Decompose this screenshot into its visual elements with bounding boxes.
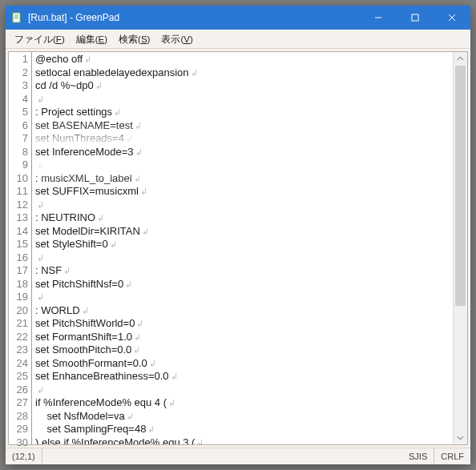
- code-line[interactable]: set SUFFIX=musicxml: [35, 185, 453, 199]
- status-cursor-pos: (12,1): [6, 448, 42, 464]
- app-icon: [10, 11, 23, 24]
- menu-edit[interactable]: 編集(E): [71, 31, 113, 47]
- code-line[interactable]: set NsfModel=va: [35, 410, 453, 424]
- line-number: 7: [9, 132, 31, 146]
- scroll-up-button[interactable]: [454, 52, 467, 66]
- line-number: 25: [9, 370, 31, 384]
- code-area[interactable]: @echo offsetlocal enabledelayedexpansion…: [32, 52, 453, 444]
- window-title: [Run.bat] - GreenPad: [28, 12, 360, 23]
- line-number: 17: [9, 264, 31, 278]
- line-number: 9: [9, 159, 31, 172]
- line-number: 4: [9, 93, 31, 106]
- menu-search[interactable]: 検索(S): [113, 31, 155, 47]
- code-line[interactable]: set BASENAME=test: [35, 119, 453, 133]
- code-line[interactable]: : musicXML_to_label: [35, 172, 453, 186]
- line-number: 24: [9, 357, 31, 371]
- line-number: 2: [9, 66, 31, 80]
- code-line[interactable]: : NSF: [35, 264, 453, 278]
- editor-frame: 1234567891011121314151617181920212223242…: [6, 49, 470, 448]
- code-line[interactable]: : Project settings: [35, 106, 453, 119]
- code-line[interactable]: set EnhanceBreathiness=0.0: [35, 370, 453, 384]
- status-encoding: SJIS: [402, 448, 434, 464]
- menu-view[interactable]: 表示(V): [155, 31, 198, 47]
- code-line[interactable]: set SmoothPitch=0.0: [35, 343, 453, 357]
- minimize-button[interactable]: [360, 6, 397, 30]
- line-number: 18: [9, 278, 31, 291]
- code-line[interactable]: set PitchShiftWorld=0: [35, 317, 453, 331]
- maximize-button[interactable]: [397, 6, 434, 30]
- line-number: 10: [9, 172, 31, 186]
- menu-file[interactable]: ファイル(F): [9, 31, 71, 47]
- line-number: 15: [9, 238, 31, 251]
- code-line[interactable]: [35, 199, 453, 212]
- code-line[interactable]: @echo off: [35, 53, 453, 66]
- code-line[interactable]: setlocal enabledelayedexpansion: [35, 66, 453, 80]
- code-line[interactable]: set SmoothFormant=0.0: [35, 357, 453, 371]
- close-button[interactable]: [434, 6, 470, 30]
- scrollbar-thumb[interactable]: [455, 66, 466, 306]
- code-line[interactable]: set ModelDir=KIRITAN: [35, 225, 453, 239]
- code-line[interactable]: [35, 291, 453, 304]
- app-window: [Run.bat] - GreenPad ファイル(F) 編集(E) 検索(S)…: [6, 6, 470, 464]
- code-line[interactable]: set StyleShift=0: [35, 238, 453, 251]
- code-line[interactable]: [35, 384, 453, 397]
- code-line[interactable]: if %InferenceMode% equ 4 (: [35, 396, 453, 410]
- line-number-gutter: 1234567891011121314151617181920212223242…: [9, 52, 32, 444]
- line-number: 14: [9, 225, 31, 239]
- line-number: 30: [9, 436, 31, 450]
- statusbar: (12,1) SJIS CRLF: [6, 448, 470, 464]
- line-number: 26: [9, 384, 31, 397]
- line-number: 23: [9, 343, 31, 357]
- line-number: 20: [9, 304, 31, 318]
- line-number: 22: [9, 331, 31, 344]
- code-line[interactable]: : WORLD: [35, 304, 453, 318]
- vertical-scrollbar[interactable]: [453, 52, 467, 444]
- line-number: 5: [9, 106, 31, 119]
- code-line[interactable]: ) else if %InferenceMode% equ 3 (: [35, 436, 453, 445]
- code-line[interactable]: cd /d %~dp0: [35, 79, 453, 93]
- line-number: 28: [9, 410, 31, 424]
- line-number: 3: [9, 79, 31, 93]
- code-line[interactable]: set NumThreads=4: [35, 132, 453, 146]
- code-line[interactable]: [35, 159, 453, 172]
- code-line[interactable]: [35, 93, 453, 106]
- code-line[interactable]: : NEUTRINO: [35, 211, 453, 225]
- line-number: 1: [9, 53, 31, 66]
- code-line[interactable]: set InferenceMode=3: [35, 146, 453, 159]
- line-number: 16: [9, 251, 31, 265]
- code-line[interactable]: set PitchShiftNsf=0: [35, 278, 453, 291]
- svg-rect-5: [412, 14, 418, 21]
- status-line-ending: CRLF: [434, 448, 470, 464]
- scroll-down-button[interactable]: [454, 431, 467, 444]
- line-number: 12: [9, 199, 31, 212]
- line-number: 8: [9, 146, 31, 159]
- line-number: 21: [9, 317, 31, 331]
- menubar: ファイル(F) 編集(E) 検索(S) 表示(V): [6, 30, 470, 49]
- editor[interactable]: 1234567891011121314151617181920212223242…: [8, 51, 468, 445]
- line-number: 11: [9, 185, 31, 199]
- window-controls: [360, 6, 470, 30]
- code-line[interactable]: [35, 251, 453, 265]
- line-number: 27: [9, 396, 31, 410]
- line-number: 13: [9, 211, 31, 225]
- titlebar[interactable]: [Run.bat] - GreenPad: [6, 6, 470, 30]
- line-number: 19: [9, 291, 31, 304]
- code-line[interactable]: set SamplingFreq=48: [35, 423, 453, 436]
- svg-rect-0: [13, 13, 20, 22]
- line-number: 29: [9, 423, 31, 436]
- code-line[interactable]: set FormantShift=1.0: [35, 331, 453, 344]
- line-number: 6: [9, 119, 31, 133]
